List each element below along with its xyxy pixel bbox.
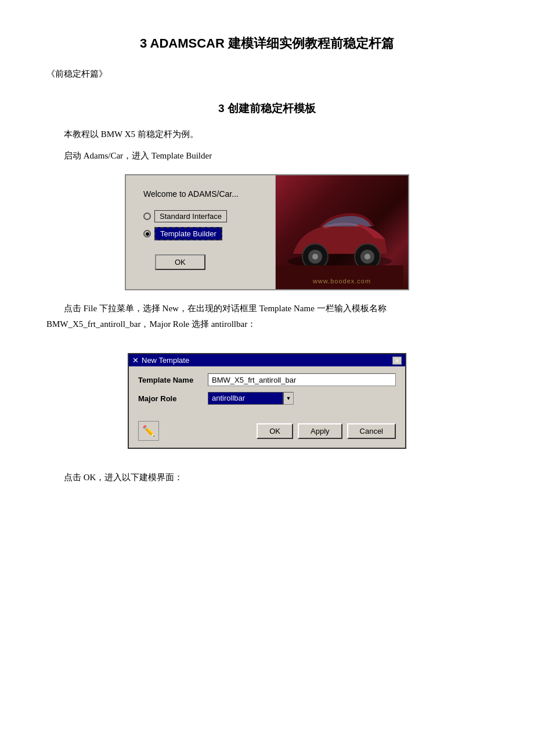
- dialog-footer-icon: ✏️: [138, 421, 159, 441]
- para-3: 点击 File 下拉菜单，选择 New，在出现的对话框里 Template Na…: [46, 301, 488, 332]
- major-role-row: Major Role antirollbar ▼: [138, 392, 396, 405]
- template-name-input[interactable]: [208, 373, 396, 386]
- svg-point-3: [312, 254, 318, 260]
- new-template-dialog: ✕ New Template × Template Name Major Rol…: [128, 353, 406, 449]
- ok-btn-row: OK: [155, 254, 205, 270]
- dropdown-arrow-icon[interactable]: ▼: [283, 392, 294, 405]
- dialog-footer: ✏️ OK Apply Cancel: [129, 417, 405, 448]
- standard-interface-label: Standard Interface: [154, 210, 227, 222]
- page-title: 3 ADAMSCAR 建模详细实例教程前稳定杆篇: [46, 35, 488, 52]
- major-role-select[interactable]: antirollbar: [208, 392, 283, 405]
- adams-welcome-screenshot: Welcome to ADAMS/Car... Standard Interfa…: [46, 174, 488, 290]
- template-builder-label: Template Builder: [154, 227, 222, 240]
- car-visual: www.boodex.com: [276, 175, 408, 289]
- dialog-close-button[interactable]: ×: [392, 357, 402, 365]
- section-title: 3 创建前稳定杆模板: [46, 101, 488, 116]
- radio-template: [143, 230, 151, 237]
- para-2: 启动 Adams/Car，进入 Template Builder: [46, 148, 488, 164]
- template-builder-option: Template Builder: [143, 227, 222, 240]
- adams-welcome-dialog: Welcome to ADAMS/Car... Standard Interfa…: [125, 174, 409, 290]
- template-name-row: Template Name: [138, 373, 396, 386]
- car-svg: [276, 175, 403, 289]
- ok-button[interactable]: OK: [257, 423, 293, 439]
- dialog-body: Template Name Major Role antirollbar ▼: [129, 366, 405, 417]
- para-4: 点击 OK，进入以下建模界面：: [46, 470, 488, 485]
- pencil-icon: ✏️: [142, 424, 155, 437]
- major-role-select-container: antirollbar ▼: [208, 392, 294, 405]
- template-name-label: Template Name: [138, 376, 208, 384]
- adams-car-image: www.boodex.com: [276, 175, 408, 289]
- subtitle: 《前稳定杆篇》: [46, 69, 488, 80]
- dialog-icon: ✕: [132, 356, 139, 365]
- watermark: www.boodex.com: [276, 278, 408, 285]
- adams-left-panel: Welcome to ADAMS/Car... Standard Interfa…: [126, 175, 276, 289]
- para-1: 本教程以 BMW X5 前稳定杆为例。: [46, 127, 488, 142]
- major-role-label: Major Role: [138, 394, 208, 403]
- apply-button[interactable]: Apply: [298, 423, 342, 439]
- new-template-screenshot: ✕ New Template × Template Name Major Rol…: [46, 343, 488, 459]
- titlebar-left: ✕ New Template: [132, 356, 189, 365]
- standard-interface-option: Standard Interface: [143, 210, 227, 222]
- svg-point-6: [365, 254, 370, 260]
- adams-ok-button[interactable]: OK: [155, 254, 205, 270]
- adams-welcome-text: Welcome to ADAMS/Car...: [143, 189, 239, 199]
- dialog-title: New Template: [142, 356, 189, 365]
- cancel-button[interactable]: Cancel: [347, 423, 396, 439]
- dialog-titlebar: ✕ New Template ×: [129, 354, 405, 366]
- radio-standard: [143, 213, 151, 220]
